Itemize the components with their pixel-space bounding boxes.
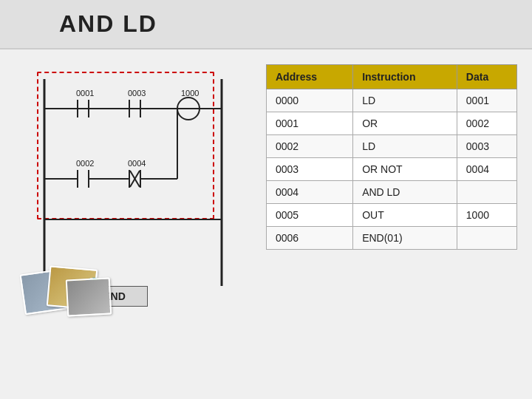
title-bar: AND LD (0, 0, 532, 50)
cell-instruction: LD (353, 135, 457, 158)
cell-address: 0002 (267, 135, 353, 158)
cell-instruction: AND LD (353, 181, 457, 204)
cell-address: 0004 (267, 181, 353, 204)
cell-address: 0001 (267, 112, 353, 135)
table-header-row: Address Instruction Data (267, 65, 517, 89)
cell-data: 0001 (457, 89, 516, 112)
table-row: 0004AND LD (267, 181, 517, 204)
cell-data (457, 181, 516, 204)
cell-instruction: LD (353, 89, 457, 112)
svg-text:0001: 0001 (76, 89, 94, 98)
photo-collage: 🌍 (22, 264, 118, 330)
cell-address: 0006 (267, 227, 353, 250)
cell-data: 0004 (457, 158, 516, 181)
table-row: 0006END(01) (267, 227, 517, 250)
cell-instruction: OUT (353, 204, 457, 227)
cell-data: 0002 (457, 112, 516, 135)
table-row: 0003OR NOT0004 (267, 158, 517, 181)
ladder-diagram: 0001 0003 1000 0002 0004 (15, 64, 244, 338)
cell-instruction: OR NOT (353, 158, 457, 181)
instruction-table: Address Instruction Data 0000LD00010001O… (266, 64, 517, 338)
header-data: Data (457, 65, 516, 89)
photo-3 (66, 277, 112, 316)
table-row: 0001OR0002 (267, 112, 517, 135)
data-table: Address Instruction Data 0000LD00010001O… (266, 64, 517, 250)
cell-data: 1000 (457, 204, 516, 227)
svg-text:1000: 1000 (181, 89, 199, 98)
cell-instruction: OR (353, 112, 457, 135)
table-row: 0002LD0003 (267, 135, 517, 158)
svg-text:0003: 0003 (128, 89, 146, 98)
table-row: 0000LD0001 (267, 89, 517, 112)
main-content: 0001 0003 1000 0002 0004 (0, 50, 532, 345)
svg-text:0004: 0004 (128, 159, 146, 168)
cell-instruction: END(01) (353, 227, 457, 250)
cell-data (457, 227, 516, 250)
cell-data: 0003 (457, 135, 516, 158)
page-title: AND LD (59, 10, 532, 38)
header-instruction: Instruction (353, 65, 457, 89)
cell-address: 0000 (267, 89, 353, 112)
cell-address: 0005 (267, 204, 353, 227)
table-row: 0005OUT1000 (267, 204, 517, 227)
svg-text:0002: 0002 (76, 159, 94, 168)
cell-address: 0003 (267, 158, 353, 181)
header-address: Address (267, 65, 353, 89)
ladder-svg: 0001 0003 1000 0002 0004 (15, 64, 244, 286)
